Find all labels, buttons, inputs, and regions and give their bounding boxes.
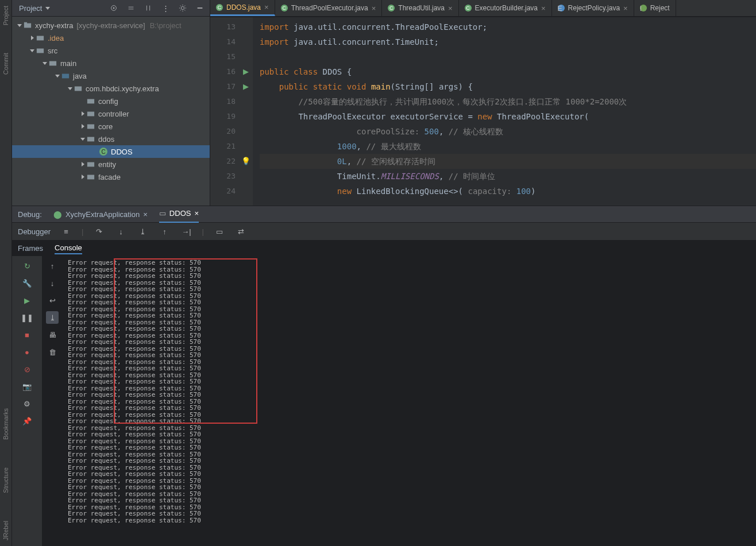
tree-main[interactable]: main: [12, 57, 210, 69]
tree-controller[interactable]: controller: [12, 107, 210, 120]
rerun-icon[interactable]: ↻: [21, 260, 33, 272]
close-icon[interactable]: ×: [448, 4, 453, 13]
trash-icon[interactable]: 🗑: [46, 346, 59, 358]
breakpoints-icon[interactable]: ●: [21, 346, 33, 358]
subtab-console[interactable]: Console: [55, 242, 82, 254]
tab-label: ThreadUtil.java: [398, 4, 445, 12]
minimize-icon[interactable]: [194, 2, 206, 14]
run-icon[interactable]: ▶: [239, 64, 253, 79]
console-line: Error request, response status: 570: [68, 352, 750, 359]
tree-java[interactable]: java: [12, 69, 210, 82]
divider-dots: ⋮: [159, 2, 172, 14]
editor-tab[interactable]: ERejectPolicy.java×: [552, 0, 634, 16]
editor-tab[interactable]: CThreadUtil.java×: [382, 0, 458, 16]
settings-icon[interactable]: ⚙: [21, 397, 33, 410]
threads-icon[interactable]: ≡: [60, 225, 72, 238]
tree-facade[interactable]: facade: [12, 171, 210, 183]
rail-bookmarks[interactable]: Bookmarks: [0, 406, 11, 442]
editor-tab[interactable]: CExecutorBuilder.java×: [459, 0, 552, 16]
line-gutter: 131415161718192021222324: [210, 17, 239, 206]
resume-icon[interactable]: ▶: [21, 294, 33, 307]
soft-wrap-icon[interactable]: ↩: [46, 294, 59, 307]
editor-tab[interactable]: CThreadPoolExecutor.java×: [275, 0, 383, 16]
tab-label: RejectPolicy.java: [568, 4, 620, 12]
svg-point-3: [113, 7, 115, 9]
collapse-icon[interactable]: [142, 2, 155, 14]
close-icon[interactable]: ×: [194, 209, 199, 218]
tree-core[interactable]: core: [12, 120, 210, 133]
console-line: Error request, response status: 570: [68, 458, 750, 464]
editor-tab[interactable]: IReject: [634, 0, 676, 16]
console-line: Error request, response status: 570: [68, 431, 750, 438]
debug-actions: ↻ 🔧 ▶ ❚❚ ■ ● ⊘ 📷 ⚙ 📌: [12, 256, 43, 546]
tab-label: ExecutorBuilder.java: [475, 4, 538, 12]
run-icon[interactable]: ▶: [239, 79, 253, 94]
console-line: Error request, response status: 570: [68, 418, 750, 425]
debug-label: Debug:: [18, 210, 42, 219]
stop-icon[interactable]: ■: [21, 328, 33, 341]
dropdown-icon[interactable]: [45, 7, 50, 10]
expand-icon[interactable]: [125, 2, 137, 14]
file-type-icon: C: [281, 5, 288, 11]
step-out-icon[interactable]: ↑: [159, 225, 171, 238]
rail-commit[interactable]: Commit: [0, 51, 11, 77]
close-icon[interactable]: ×: [541, 4, 546, 13]
tree-src[interactable]: src: [12, 44, 210, 57]
tree-ddos[interactable]: ddos: [12, 133, 210, 145]
force-step-into-icon[interactable]: ⤓: [137, 225, 149, 238]
tree-idea[interactable]: .idea: [12, 32, 210, 44]
debug-panel: Debug: ⬤ XychyExtraApplication × ▭ DDOS …: [12, 206, 756, 546]
pin-icon[interactable]: 📌: [21, 415, 33, 427]
rail-structure[interactable]: Structure: [0, 465, 11, 495]
editor-tab[interactable]: CDDOS.java×: [210, 0, 275, 16]
console-line: Error request, response status: 570: [68, 484, 750, 491]
scroll-end-icon[interactable]: ⤓: [46, 311, 59, 324]
tree-entity[interactable]: entity: [12, 158, 210, 171]
tab-label: ThreadPoolExecutor.java: [291, 4, 368, 12]
spring-icon: ⬤: [53, 210, 62, 219]
svg-rect-8: [37, 49, 44, 53]
close-icon[interactable]: ×: [623, 4, 628, 13]
root-qualifier: [xychy-extra-service]: [76, 21, 145, 30]
rail-project[interactable]: Project: [0, 3, 11, 28]
rail-jrebel[interactable]: JRebel: [0, 518, 11, 543]
close-icon[interactable]: ×: [143, 210, 148, 219]
console-line: Error request, response status: 570: [68, 497, 750, 504]
console-output[interactable]: Error request, response status: 570Error…: [62, 256, 756, 546]
file-type-icon: E: [558, 5, 565, 11]
console-line: Error request, response status: 570: [68, 510, 750, 517]
tree-config[interactable]: config: [12, 95, 210, 107]
root-name: xychy-extra: [35, 21, 73, 30]
gear-icon[interactable]: [176, 2, 189, 14]
console-line: Error request, response status: 570: [68, 444, 750, 451]
pause-icon[interactable]: ❚❚: [21, 311, 33, 324]
mute-bp-icon[interactable]: ⊘: [21, 363, 33, 375]
camera-icon[interactable]: 📷: [21, 380, 33, 393]
modify-icon[interactable]: 🔧: [21, 277, 33, 289]
svg-rect-11: [75, 87, 82, 91]
locate-icon[interactable]: [107, 2, 120, 14]
code-editor[interactable]: import java.util.concurrent.ThreadPoolEx…: [253, 17, 756, 206]
tree-pkg[interactable]: com.hbdci.xychy.extra: [12, 82, 210, 95]
evaluate-icon[interactable]: ▭: [213, 225, 226, 238]
debug-tab-app[interactable]: ⬤ XychyExtraApplication ×: [53, 206, 148, 222]
print-icon[interactable]: 🖶: [46, 328, 59, 341]
up-icon[interactable]: ↑: [46, 260, 59, 272]
down-icon[interactable]: ↓: [46, 277, 59, 289]
bulb-icon[interactable]: 💡: [239, 154, 253, 169]
debug-tab-ddos[interactable]: ▭ DDOS ×: [159, 206, 199, 223]
more-icon[interactable]: ⇄: [235, 225, 248, 238]
close-icon[interactable]: ×: [264, 3, 269, 11]
close-icon[interactable]: ×: [372, 4, 376, 13]
tree-root[interactable]: xychy-extra [xychy-extra-service] B:\pro…: [12, 19, 210, 32]
project-tree[interactable]: xychy-extra [xychy-extra-service] B:\pro…: [12, 17, 210, 206]
tree-ddos-file[interactable]: C DDOS: [12, 145, 210, 158]
step-over-icon[interactable]: ↷: [93, 225, 106, 238]
subtab-frames[interactable]: Frames: [18, 243, 43, 254]
file-type-icon: I: [640, 5, 647, 11]
root-path: B:\project: [150, 21, 182, 30]
debug-tab-bar: Debug: ⬤ XychyExtraApplication × ▭ DDOS …: [12, 206, 756, 223]
step-into-icon[interactable]: ↓: [115, 225, 128, 238]
run-to-cursor-icon[interactable]: →|: [180, 225, 193, 238]
editor-panel: CDDOS.java×CThreadPoolExecutor.java×CThr…: [210, 0, 756, 206]
